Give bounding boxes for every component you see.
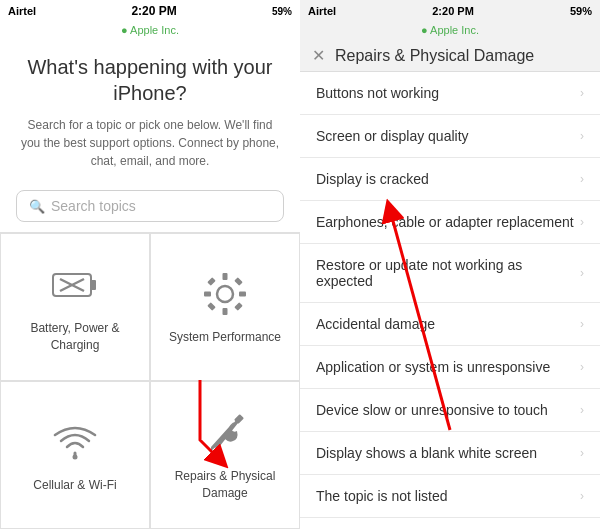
chevron-right-icon: › bbox=[580, 172, 584, 186]
time-right: 2:20 PM bbox=[432, 5, 474, 17]
apple-label-right: ● Apple Inc. bbox=[300, 22, 600, 40]
search-icon: 🔍 bbox=[29, 199, 45, 214]
battery-icon bbox=[50, 260, 100, 310]
wrench-screwdriver-icon bbox=[200, 408, 250, 458]
battery-left: 59% bbox=[272, 6, 292, 17]
left-panel: Airtel 2:20 PM 59% ● Apple Inc. What's h… bbox=[0, 0, 300, 529]
menu-item-label: Display shows a blank white screen bbox=[316, 445, 537, 461]
grid-item-wifi[interactable]: Cellular & Wi-Fi bbox=[0, 381, 150, 529]
chevron-right-icon: › bbox=[580, 403, 584, 417]
apple-label-left: ● Apple Inc. bbox=[0, 22, 300, 40]
svg-rect-5 bbox=[223, 273, 228, 280]
gear-icon bbox=[200, 269, 250, 319]
menu-item-label: Accidental damage bbox=[316, 316, 435, 332]
right-panel: Airtel 2:20 PM 59% ● Apple Inc. ✕ Repair… bbox=[300, 0, 600, 529]
chevron-right-icon: › bbox=[580, 489, 584, 503]
menu-item-notlisted[interactable]: The topic is not listed › bbox=[300, 475, 600, 518]
chevron-right-icon: › bbox=[580, 446, 584, 460]
svg-rect-8 bbox=[239, 291, 246, 296]
chevron-right-icon: › bbox=[580, 129, 584, 143]
menu-item-unresponsive[interactable]: Application or system is unresponsive › bbox=[300, 346, 600, 389]
menu-item-label: Restore or update not working as expecte… bbox=[316, 257, 580, 289]
category-grid: Battery, Power &Charging bbox=[0, 232, 300, 529]
repairs-label: Repairs & Physical Damage bbox=[161, 468, 289, 502]
grid-item-battery[interactable]: Battery, Power &Charging bbox=[0, 233, 150, 381]
status-bar-right: Airtel 2:20 PM 59% bbox=[300, 0, 600, 22]
menu-item-cracked[interactable]: Display is cracked › bbox=[300, 158, 600, 201]
system-label: System Performance bbox=[169, 329, 281, 346]
menu-item-label: Application or system is unresponsive bbox=[316, 359, 550, 375]
svg-point-4 bbox=[217, 286, 233, 302]
svg-point-13 bbox=[73, 454, 78, 459]
svg-rect-10 bbox=[234, 277, 242, 285]
chevron-right-icon: › bbox=[580, 360, 584, 374]
wifi-label: Cellular & Wi-Fi bbox=[33, 477, 116, 494]
battery-right: 59% bbox=[570, 5, 592, 17]
svg-rect-7 bbox=[204, 291, 211, 296]
left-header: What's happening with your iPhone? Searc… bbox=[0, 40, 300, 180]
menu-item-screen[interactable]: Screen or display quality › bbox=[300, 115, 600, 158]
wifi-icon bbox=[50, 417, 100, 467]
chevron-right-icon: › bbox=[580, 215, 584, 229]
chevron-right-icon: › bbox=[580, 317, 584, 331]
svg-rect-1 bbox=[91, 280, 96, 290]
menu-item-blank[interactable]: Display shows a blank white screen › bbox=[300, 432, 600, 475]
grid-item-system[interactable]: System Performance bbox=[150, 233, 300, 381]
menu-item-accidental[interactable]: Accidental damage › bbox=[300, 303, 600, 346]
right-header: ✕ Repairs & Physical Damage bbox=[300, 40, 600, 72]
menu-item-slow[interactable]: Device slow or unresponsive to touch › bbox=[300, 389, 600, 432]
right-panel-title: Repairs & Physical Damage bbox=[335, 47, 534, 65]
svg-rect-12 bbox=[234, 302, 242, 310]
chevron-right-icon: › bbox=[580, 86, 584, 100]
svg-rect-6 bbox=[223, 308, 228, 315]
page-description: Search for a topic or pick one below. We… bbox=[20, 116, 280, 170]
search-placeholder: Search topics bbox=[51, 198, 136, 214]
search-bar[interactable]: 🔍 Search topics bbox=[16, 190, 284, 222]
menu-item-label: The topic is not listed bbox=[316, 488, 448, 504]
carrier-left: Airtel bbox=[8, 5, 36, 17]
grid-item-repairs[interactable]: Repairs & Physical Damage bbox=[150, 381, 300, 529]
menu-item-label: Display is cracked bbox=[316, 171, 429, 187]
carrier-right: Airtel bbox=[308, 5, 336, 17]
menu-item-label: Device slow or unresponsive to touch bbox=[316, 402, 548, 418]
status-bar-left: Airtel 2:20 PM 59% bbox=[0, 0, 300, 22]
menu-list: Buttons not working › Screen or display … bbox=[300, 72, 600, 529]
page-title: What's happening with your iPhone? bbox=[20, 54, 280, 106]
battery-label: Battery, Power &Charging bbox=[30, 320, 119, 354]
menu-item-label: Buttons not working bbox=[316, 85, 439, 101]
menu-item-earphones[interactable]: Earphones, cable or adapter replacement … bbox=[300, 201, 600, 244]
svg-rect-9 bbox=[207, 277, 215, 285]
menu-item-label: Earphones, cable or adapter replacement bbox=[316, 214, 574, 230]
close-button[interactable]: ✕ bbox=[312, 46, 325, 65]
chevron-right-icon: › bbox=[580, 266, 584, 280]
svg-rect-11 bbox=[207, 302, 215, 310]
time-left: 2:20 PM bbox=[131, 4, 176, 18]
menu-item-label: Screen or display quality bbox=[316, 128, 469, 144]
menu-item-restore[interactable]: Restore or update not working as expecte… bbox=[300, 244, 600, 303]
menu-item-buttons[interactable]: Buttons not working › bbox=[300, 72, 600, 115]
